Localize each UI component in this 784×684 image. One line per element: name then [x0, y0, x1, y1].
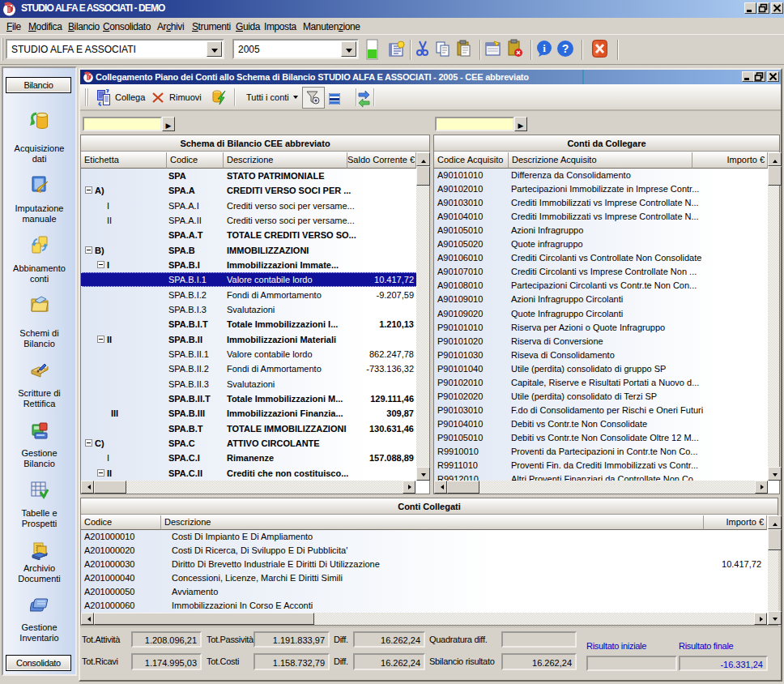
svg-text:i: i	[543, 42, 546, 54]
svg-text:?: ?	[562, 42, 569, 55]
